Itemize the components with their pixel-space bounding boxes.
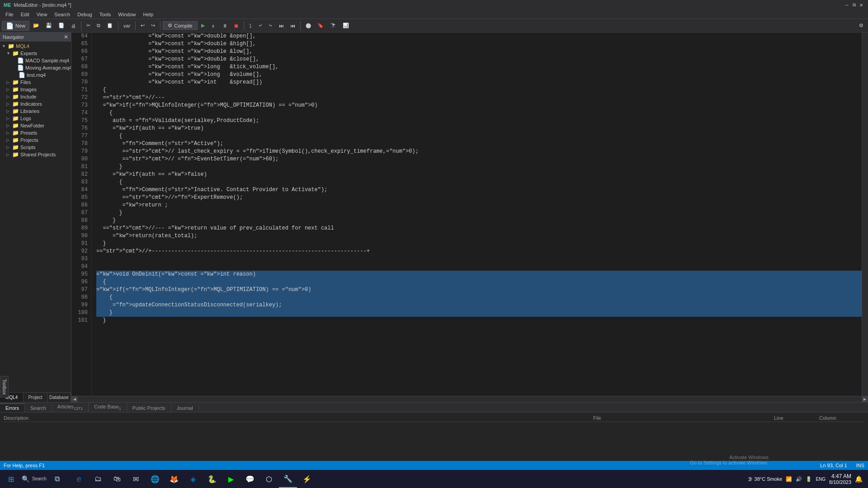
tree-item-include[interactable]: ▷ 📁 Include [0,93,71,100]
breakpoint-button[interactable]: ⬤ [303,20,314,31]
taskbar-app-mt4[interactable]: 🔧 [279,470,297,488]
step-over-button[interactable]: ⤶ [255,20,265,31]
code-line[interactable]: ="kw">const ="kw">int &spread[]) [96,79,862,86]
bottom-tab-journal[interactable]: Journal [171,404,199,412]
code-line[interactable]: { [96,178,862,186]
bottom-tab-codebase[interactable]: Code Base1 [89,403,127,412]
play-button[interactable]: ⏵ [208,20,219,31]
code-line[interactable]: ="kw">return ; [96,202,862,209]
code-line[interactable]: { [96,109,862,117]
menu-view[interactable]: View [33,11,51,18]
run-button[interactable]: ▶ [198,20,208,31]
code-line[interactable]: =="str">"cmt">// ="fn">EventSetTimer(="n… [96,155,862,163]
stop-button[interactable]: ⏹ [231,20,241,31]
menu-window[interactable]: Window [114,11,139,18]
tree-item-shared-projects[interactable]: ▷ 📁 Shared Projects [0,151,71,158]
task-view-button[interactable]: ⧉ [48,470,66,488]
code-line[interactable]: ="kw">if(auth == ="kw">true) [96,125,862,132]
code-line[interactable]: } [96,317,862,324]
code-line[interactable]: ="fn">Comment(="str">"Inactive. Contact … [96,186,862,194]
code-line[interactable]: ="kw">if(="fn">MQLInfoInteger(="fn">MQL_… [96,102,862,109]
chart-button[interactable]: 📊 [340,20,352,31]
code-line[interactable]: { [96,294,862,301]
bottom-tab-public-projects[interactable]: Public Projects [127,404,171,412]
taskbar-app-python[interactable]: 🐍 [203,470,221,488]
right-scrollbar[interactable] [862,33,868,396]
bottom-tab-articles[interactable]: Articles1371 [52,403,89,412]
code-line[interactable]: auth = ="fn">Validate(serialkey,ProductC… [96,117,862,125]
taskbar-app-chrome[interactable]: 🌐 [146,470,164,488]
scroll-track[interactable] [78,396,862,403]
code-line[interactable]: =="str">"cmt">// last_check_expiry = ="f… [96,148,862,155]
menu-tools[interactable]: Tools [96,11,115,18]
step-into-button[interactable]: ⤵ [246,20,255,31]
tree-item-logs[interactable]: ▷ 📁 Logs [0,115,71,122]
tree-item-macd[interactable]: ▷ 📄 MACD Sample.mq4 [0,57,71,64]
code-container[interactable]: 6465666768697071727374757677787980818283… [71,33,868,396]
code-line[interactable]: ="fn">Comment(="str">"Active"); [96,140,862,148]
save-all-button[interactable]: 📑 [56,20,67,31]
code-line[interactable]: { [96,278,862,286]
tree-item-images[interactable]: ▷ 📁 Images [0,86,71,93]
taskbar-app-terminal[interactable]: ▶ [222,470,240,488]
code-line[interactable]: } [96,209,862,217]
menu-help[interactable]: Help [139,11,157,18]
code-line[interactable]: ="kw">const ="kw">long &tick_volume[], [96,63,862,71]
tree-item-mql4[interactable]: ▼ 📁 MQL4 [0,42,71,50]
navigator-button[interactable]: 🔭 [327,20,339,31]
code-line[interactable]: { [96,86,862,94]
code-line[interactable]: ="kw">const ="kw">double &low[], [96,48,862,56]
new-button[interactable]: 📄 New [2,21,29,31]
taskbar-app-discord[interactable]: 💬 [241,470,259,488]
restore-button[interactable]: ⧉ [851,2,857,8]
taskbar-app-mail[interactable]: ✉ [127,470,145,488]
tree-item-experts[interactable]: ▼ 📁 Experts [0,50,71,57]
step-back-button[interactable]: ⏮ [288,20,298,31]
notification-icon[interactable]: 🔔 [855,475,863,483]
taskbar-app-github[interactable]: ⬡ [260,470,278,488]
settings-button[interactable]: ⚙ [856,20,866,31]
close-button[interactable]: ✕ [858,2,864,8]
run-to-cursor-button[interactable]: ⏭ [276,20,287,31]
code-line[interactable]: { [96,132,862,140]
start-button[interactable]: ⊞ [2,470,20,488]
paste-button[interactable]: 📋 [104,20,116,31]
tree-item-scripts[interactable]: ▷ 📁 Scripts [0,144,71,151]
bottom-tab-search[interactable]: Search [25,404,52,412]
print-button[interactable]: 🖨 [68,20,79,31]
wifi-icon[interactable]: 📶 [786,476,792,482]
save-button[interactable]: 💾 [43,20,55,31]
title-bar-controls[interactable]: ─ ⧉ ✕ [844,2,864,8]
taskbar-app-firefox[interactable]: 🦊 [165,470,183,488]
tree-item-newfolder[interactable]: ▷ 📁 NewFolder [0,122,71,129]
undo-button[interactable]: ↩ [138,20,147,31]
navigator-close-button[interactable]: ✕ [64,34,68,40]
taskbar-app-edge[interactable]: e [70,470,88,488]
code-line[interactable]: ="kw">const ="kw">long &volume[], [96,71,862,79]
code-line[interactable]: ="kw">void OnDeinit(="kw">const ="kw">in… [96,271,862,278]
compile-button[interactable]: ⚙ Compile [163,21,197,30]
code-line[interactable] [96,255,862,263]
open-button[interactable]: 📂 [30,20,42,31]
menu-file[interactable]: File [2,11,17,18]
code-line[interactable]: } [96,217,862,225]
nav-tab-database[interactable]: Database [47,393,71,402]
taskbar-app-extra[interactable]: ⚡ [298,470,316,488]
redo-button[interactable]: ↪ [148,20,158,31]
code-line[interactable]: ="fn">updateConnectionStatusDisconnected… [96,301,862,309]
var-button[interactable]: var [121,20,133,31]
scroll-left-button[interactable]: ◀ [71,396,78,403]
bookmark-button[interactable]: 🔖 [315,20,326,31]
tree-item-projects[interactable]: ▷ 📁 Projects [0,136,71,144]
code-line[interactable]: ="kw">if(="fn">MQLInfoInteger(="fn">MQL_… [96,286,862,294]
code-line[interactable]: ="kw">const ="kw">double &open[], [96,33,862,40]
taskbar-clock[interactable]: 4:47 AM 8/10/2023 [829,473,851,485]
tree-item-files[interactable]: ▷ 📁 Files [0,79,71,86]
step-out-button[interactable]: ⤷ [266,20,275,31]
copy-button[interactable]: ⧉ [94,20,103,31]
code-line[interactable]: =="str">"cmt">//--- ="kw">return value o… [96,225,862,232]
code-line[interactable]: } [96,309,862,317]
code-line[interactable] [96,263,862,271]
pause-button[interactable]: ⏸ [220,20,230,31]
taskbar-app-store[interactable]: 🛍 [108,470,126,488]
